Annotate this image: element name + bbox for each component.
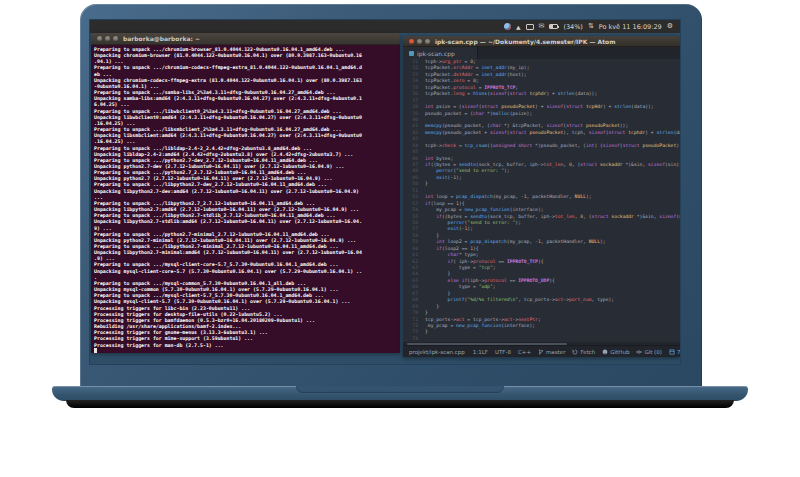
status-item-label: Fetch bbox=[580, 349, 595, 355]
package-icon bbox=[669, 349, 675, 355]
terminal-line: Unpacking mysql-client-core-5.7 (5.7.30-… bbox=[94, 268, 400, 274]
status-item-label: Git (0) bbox=[644, 349, 662, 355]
indicator-app-icon[interactable] bbox=[504, 23, 511, 30]
status-left: projekt/ipk-scan.cpp 1:1 bbox=[409, 349, 482, 355]
status-item-fetch[interactable]: Fetch bbox=[572, 349, 595, 355]
atom-window-title: ipk-scan.cpp — ~/Dokumenty/4.semester/IP… bbox=[435, 38, 615, 45]
status-item-label: LF bbox=[482, 349, 488, 355]
terminal-cursor bbox=[94, 348, 97, 353]
terminal-maximize-button[interactable] bbox=[113, 36, 118, 41]
cpp-file-icon bbox=[409, 51, 414, 56]
battery-fill bbox=[550, 25, 553, 28]
status-item-label: master bbox=[546, 349, 565, 355]
terminal-minimize-button[interactable] bbox=[105, 36, 110, 41]
atom-tab-bar: ipk-scan.cpp bbox=[403, 47, 680, 59]
git-branch-icon bbox=[538, 349, 544, 355]
wifi-icon[interactable]: ▲ bbox=[516, 24, 521, 30]
status-item-git-0[interactable]: Git (0) bbox=[636, 349, 662, 355]
terminal-line: Unpacking chromium-browser (81.0.4044.12… bbox=[94, 52, 400, 58]
keyboard-layout-icon[interactable] bbox=[526, 24, 534, 30]
status-item-label: C++ bbox=[518, 349, 531, 355]
status-item-github[interactable]: GitHub bbox=[602, 349, 629, 355]
line-number-gutter: 3132333435363738394041424344454647484950… bbox=[403, 59, 422, 342]
terminal-line: Unpacking libpython2.7-stdlib:amd64 (2.7… bbox=[94, 218, 400, 224]
atom-maximize-button[interactable] bbox=[425, 39, 430, 44]
status-item-7-updates[interactable]: 7 updates bbox=[669, 349, 680, 355]
laptop-base-notch bbox=[296, 386, 504, 393]
terminal-cursor-line bbox=[94, 348, 400, 353]
terminal-line: Unpacking libwbclient0:amd64 (2:4.3.11+d… bbox=[94, 114, 400, 120]
laptop-mockup: ▲ ✉ (34%) ⇅ Po kvě 11 16:09:29 ⚙ barbork… bbox=[0, 0, 800, 477]
terminal-line: Unpacking libpython2.7-dev:amd64 (2.7.12… bbox=[94, 188, 400, 194]
laptop-base-edge bbox=[66, 400, 734, 408]
terminal-window: barborka@barborka: ~ Preparing to unpack… bbox=[91, 33, 400, 353]
system-top-bar: ▲ ✉ (34%) ⇅ Po kvě 11 16:09:29 ⚙ bbox=[90, 20, 680, 33]
sync-icon bbox=[572, 349, 578, 355]
code-lines: tcph->urg_ptr = 0;tcpPacket.srcAddr = in… bbox=[422, 59, 680, 342]
terminal-window-buttons bbox=[91, 36, 118, 41]
clock[interactable]: Po kvě 11 16:09:29 bbox=[599, 23, 662, 31]
mail-icon[interactable]: ✉ bbox=[539, 23, 545, 30]
terminal-output[interactable]: Preparing to unpack .../chromium-browser… bbox=[91, 45, 400, 353]
session-gear-icon[interactable]: ⚙ bbox=[667, 23, 673, 30]
status-item-c[interactable]: C++ bbox=[518, 349, 531, 355]
screen: ▲ ✉ (34%) ⇅ Po kvě 11 16:09:29 ⚙ barbork… bbox=[90, 20, 680, 364]
status-item-master[interactable]: master bbox=[538, 349, 565, 355]
tab-ipk-scan-cpp[interactable]: ipk-scan.cpp bbox=[403, 47, 478, 59]
github-icon bbox=[602, 349, 608, 355]
battery-percent[interactable]: (34%) bbox=[563, 23, 583, 31]
sync-arrows-icon[interactable]: ⇅ bbox=[588, 23, 594, 30]
status-item-lf[interactable]: LF bbox=[482, 349, 488, 355]
status-cursor-position[interactable]: 1:1 bbox=[473, 349, 482, 355]
atom-status-bar: projekt/ipk-scan.cpp 1:1 LFUTF-8C++maste… bbox=[403, 345, 680, 357]
status-item-label: UTF-8 bbox=[495, 349, 511, 355]
atom-minimize-button[interactable] bbox=[417, 39, 422, 44]
code-editor[interactable]: 3132333435363738394041424344454647484950… bbox=[403, 59, 680, 342]
tab-label: ipk-scan.cpp bbox=[417, 50, 455, 57]
terminal-line: Unpacking samba-libs:amd64 (2:4.3.11+dfs… bbox=[94, 95, 400, 101]
status-file-path[interactable]: projekt/ipk-scan.cpp bbox=[409, 349, 465, 355]
code-line: tcph->check = tcp_csum((unsigned short *… bbox=[425, 143, 680, 149]
status-item-label: GitHub bbox=[610, 349, 629, 355]
git-commit-icon bbox=[636, 349, 642, 355]
atom-window: ipk-scan.cpp — ~/Dokumenty/4.semester/IP… bbox=[403, 36, 680, 357]
code-line: int psize = (sizeof(struct pseudoPacket)… bbox=[425, 104, 680, 110]
terminal-line: Preparing to unpack .../chromium-codecs-… bbox=[94, 64, 400, 70]
scrollbar-thumb[interactable] bbox=[407, 343, 567, 345]
horizontal-scrollbar[interactable] bbox=[403, 342, 680, 345]
atom-titlebar[interactable]: ipk-scan.cpp — ~/Dokumenty/4.semester/IP… bbox=[403, 36, 680, 47]
terminal-titlebar[interactable]: barborka@barborka: ~ bbox=[91, 33, 400, 45]
terminal-line: Unpacking libpython2.7-minimal:amd64 (2.… bbox=[94, 249, 400, 255]
status-right-items: LFUTF-8C++masterFetchGitHubGit (0)7 upda… bbox=[482, 349, 680, 355]
atom-window-buttons bbox=[403, 39, 430, 44]
battery-icon[interactable] bbox=[549, 24, 558, 29]
status-item-label: 7 updates bbox=[677, 349, 680, 355]
terminal-close-button[interactable] bbox=[97, 36, 102, 41]
atom-close-button[interactable] bbox=[409, 39, 414, 44]
terminal-title: barborka@barborka: ~ bbox=[123, 35, 200, 42]
code-line: memcpy(pseudo_packet + sizeof(struct pse… bbox=[425, 130, 680, 136]
terminal-line: Unpacking libsmbclient:amd64 (2:4.3.11+d… bbox=[94, 132, 400, 138]
status-item-utf-8[interactable]: UTF-8 bbox=[495, 349, 511, 355]
